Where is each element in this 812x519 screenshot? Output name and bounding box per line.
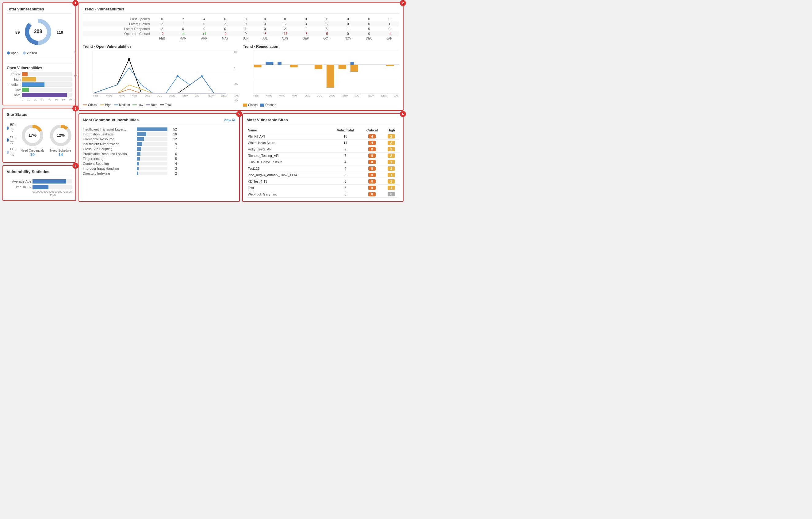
- panel-number-6: 6: [400, 111, 406, 117]
- total-vuln-title: Total Vulnerabilities: [7, 7, 72, 13]
- remediation-y-labels: 100-10-20: [234, 51, 238, 102]
- site-status-panel: 3 Site Status BE: 17 SE: 77 PE: 16: [2, 108, 76, 163]
- bar-medium: medium: [7, 83, 72, 87]
- stat-axis-label: Days: [7, 193, 72, 197]
- bar-axis: 010203040506070: [7, 98, 72, 101]
- vuln-item-2: Information Leakage 16: [83, 132, 235, 136]
- remediation-x-labels: FEBMARAPRMAYJUNJULAUGSEPOCTNOVDECJAN: [253, 94, 399, 97]
- site-row-8: KD Test 4-13 3 0 1: [246, 178, 399, 185]
- svg-rect-24: [339, 65, 346, 69]
- open-vuln-subtitle: Open Vulnerabilities: [7, 63, 72, 70]
- open-vuln-legend: Critical High Medium Low: [83, 103, 239, 106]
- vuln-statistics-panel: 4 Vulnerability Statistics Average Age T…: [2, 165, 76, 201]
- gauge1-num: 19: [30, 152, 35, 157]
- open-vuln-y-labels: 52.50: [74, 51, 78, 102]
- vuln-item-3: Frameable Resource 12: [83, 137, 235, 141]
- stat-avg-age: Average Age: [7, 179, 72, 184]
- remediation-area: [253, 51, 399, 93]
- site-row-3: Holly_Test2_API 9 0 2: [246, 146, 399, 153]
- open-vuln-svg: [93, 51, 239, 93]
- vuln-item-9: Improper Input Handling 3: [83, 167, 235, 170]
- se-dot: [7, 139, 8, 142]
- closed-dot: [23, 52, 26, 55]
- trend-vuln-panel: 2 Trend - Vulnerabilities First Opened 0…: [79, 2, 404, 111]
- gauge-credentials: 17% Need Credentials 19: [20, 123, 45, 157]
- pe-label: PE: 16: [10, 146, 16, 158]
- vuln-stat-title: Vulnerability Statistics: [7, 170, 72, 176]
- donut-chart: 208: [23, 17, 53, 48]
- trend-charts-row: Trend - Open Vulnerabilities 52.50: [83, 44, 399, 106]
- svg-point-12: [128, 58, 130, 60]
- vuln-item-8: Content Spoofing 4: [83, 162, 235, 165]
- opened-closed-row: Opened - Closed -2 +1 +4 -2 0 -3 -17 -3 …: [83, 31, 399, 36]
- most-common-title: Most Common Vulnerabilities: [83, 118, 139, 122]
- svg-rect-27: [386, 65, 394, 66]
- closed-count: 119: [56, 30, 63, 35]
- pe-item: PE: 16: [7, 146, 17, 158]
- panel-number-2: 2: [400, 0, 406, 6]
- most-common-vuln-panel: 5 Most Common Vulnerabilities View All I…: [79, 113, 240, 202]
- closed-label: closed: [27, 51, 37, 55]
- svg-rect-26: [350, 62, 354, 65]
- svg-rect-23: [326, 65, 334, 88]
- vuln-item-5: Cross Site Scripting 7: [83, 147, 235, 151]
- gauge2-label: Need Schedule: [50, 149, 71, 152]
- site-row-10: Webhook Gary Two 8 0 0: [246, 191, 399, 197]
- panel-number-5: 5: [236, 111, 242, 117]
- view-all-link[interactable]: View All: [224, 118, 235, 122]
- donut-left-label: 89: [15, 30, 20, 35]
- vuln-item-6: Predictable Resource Locatio... 6: [83, 152, 235, 156]
- vuln-sites-header: Name Vuln. Total Critical High: [246, 127, 399, 133]
- remediation-title: Trend - Remediation: [243, 44, 399, 49]
- bar-critical: critical: [7, 72, 72, 76]
- gauge2-num: 14: [59, 152, 63, 157]
- remediation-chart: Trend - Remediation 100-10-20: [243, 44, 399, 106]
- total-vulnerabilities-panel: 1 Total Vulnerabilities 89 208 119: [2, 2, 76, 105]
- stat-time-fix: Time To Fix: [7, 185, 72, 189]
- svg-rect-21: [290, 65, 298, 67]
- vuln-item-10: Directory Indexing 2: [83, 172, 235, 175]
- site-status-title: Site Status: [7, 112, 72, 119]
- donut-chart-container: 89 208 119: [7, 17, 72, 48]
- vuln-sites-table: Name Vuln. Total Critical High Phil KT A…: [246, 127, 399, 197]
- svg-rect-20: [266, 62, 273, 65]
- donut-legend: open closed: [7, 51, 72, 55]
- bottom-right: 5 Most Common Vulnerabilities View All I…: [79, 113, 404, 202]
- donut-right-label: 119: [56, 30, 63, 35]
- panel-number-4: 4: [72, 163, 79, 169]
- vuln-item-7: Fingerprinting 5: [83, 157, 235, 160]
- site-row-1: Phil KT API 18 4 2: [246, 133, 399, 140]
- svg-text:208: 208: [34, 29, 42, 34]
- gauge-schedule: 12% Need Schedule 14: [49, 123, 73, 157]
- vuln-item-1: Insufficient Transport Layer... 52: [83, 127, 235, 131]
- trend-table: First Opened 024 000 001 000 Latest Clos…: [83, 17, 399, 41]
- open-vuln-area: [93, 51, 239, 93]
- open-vuln-x-labels: FEBMARAPRMAYJUNJULAUGSEPOCTNOVDECJAN: [93, 94, 239, 97]
- remediation-legend: Closed Opened: [243, 103, 399, 106]
- remediation-wrapper: 100-10-20: [243, 51, 399, 102]
- gauge1-label: Need Credentials: [21, 149, 44, 152]
- remediation-svg: [253, 51, 399, 93]
- open-count: 89: [15, 30, 20, 35]
- site-row-5: Julia BE Demo Testsite 4 0 1: [246, 159, 399, 165]
- vuln-rows: Insufficient Transport Layer... 52 Infor…: [83, 127, 235, 175]
- legend-open: open: [7, 51, 19, 55]
- most-vulnerable-sites-panel: 6 Most Vulnerable Sites Name Vuln. Total…: [242, 113, 404, 202]
- site-row-9: Test 3 0 1: [246, 185, 399, 191]
- most-vuln-title: Most Vulnerable Sites: [246, 118, 399, 124]
- svg-rect-19: [254, 65, 262, 67]
- trend-vuln-title: Trend - Vulnerabilities: [83, 7, 399, 13]
- month-headers-row: FEB MAR APR MAY JUN JUL AUG SEP OCT NOV …: [83, 36, 399, 41]
- svg-point-14: [201, 75, 203, 77]
- site-legend: BE: 17 SE: 77 PE: 16: [7, 122, 17, 158]
- latest-closed-row: Latest Closed 210 203 1736 001: [83, 22, 399, 26]
- pe-dot: [7, 151, 8, 154]
- svg-text:17%: 17%: [29, 133, 36, 138]
- stat-axis: 0100200300400500600700800: [7, 190, 72, 193]
- panel-number-1: 1: [72, 0, 79, 6]
- site-row-4: Richard_Testing_API 7 0 2: [246, 153, 399, 159]
- site-row-2: WhiteHacks Azure 14 4 2: [246, 140, 399, 146]
- svg-rect-25: [350, 65, 358, 72]
- open-label: open: [11, 51, 19, 55]
- p5-header: Most Common Vulnerabilities View All: [83, 118, 235, 124]
